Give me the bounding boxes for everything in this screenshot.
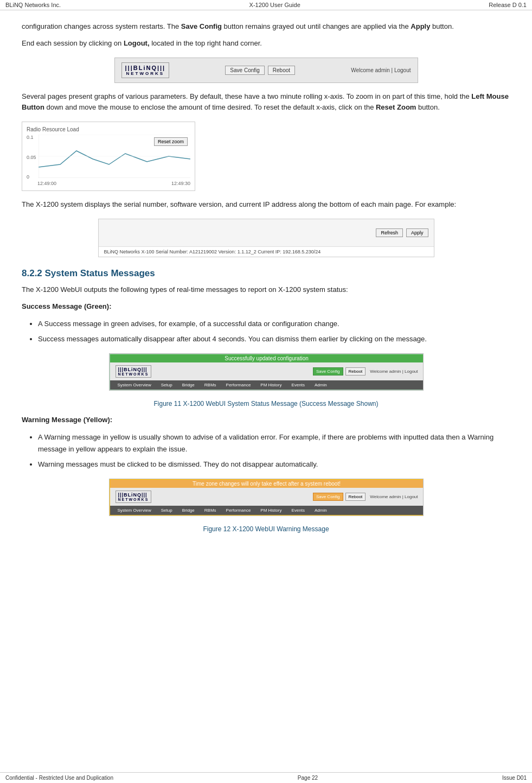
success-bullet-1: A Success message in green advises, for … bbox=[38, 318, 510, 330]
warning-save-btn[interactable]: Save Config bbox=[313, 493, 343, 501]
nav-welcome: Welcome admin | Logout bbox=[351, 67, 411, 73]
paragraph-4: The X-1200 system displays the serial nu… bbox=[22, 199, 510, 211]
refresh-button[interactable]: Refresh bbox=[376, 228, 403, 237]
menu-system-overview: System Overview bbox=[116, 382, 153, 388]
success-label: Success Message (Green): bbox=[22, 301, 510, 313]
graph-screenshot: Radio Resource Load 0.1 0.05 0 Reset zoo… bbox=[22, 122, 195, 191]
success-welcome: Welcome admin | Logout bbox=[370, 369, 418, 374]
warning-bar: Time zone changes will only take effect … bbox=[110, 480, 424, 488]
page-header: BLiNQ Networks Inc. X-1200 User Guide Re… bbox=[0, 0, 532, 10]
paragraph-5: The X-1200 WebUI outputs the following t… bbox=[22, 284, 510, 296]
menu-rbms: RBMs bbox=[202, 382, 219, 388]
warning-menu-bar: System Overview Setup Bridge RBMs Perfor… bbox=[110, 506, 424, 515]
success-buttons: Save Config Reboot bbox=[313, 367, 366, 375]
figure-11-caption: Figure 11 X-1200 WebUI System Status Mes… bbox=[22, 399, 510, 409]
status-bar-info: BLiNQ Networks X-100 Serial Number: A121… bbox=[99, 246, 434, 257]
status-bar-screenshot: Refresh Apply BLiNQ Networks X-100 Seria… bbox=[98, 219, 434, 257]
nav-logo: |||BLiNQ||| NETWORKS bbox=[121, 62, 170, 78]
menu-performance: Performance bbox=[224, 382, 253, 388]
menu-perf2: Performance bbox=[224, 507, 253, 513]
success-reboot-btn[interactable]: Reboot bbox=[345, 367, 366, 375]
menu-setup: Setup bbox=[159, 382, 175, 388]
warning-bullet-1: A Warning message in yellow is usually s… bbox=[38, 431, 510, 455]
success-menu-bar: System Overview Setup Bridge RBMs Perfor… bbox=[110, 380, 424, 390]
success-list: A Success message in green advises, for … bbox=[38, 318, 510, 345]
success-save-btn[interactable]: Save Config bbox=[313, 367, 343, 375]
success-bullet-2: Success messages automatically disappear… bbox=[38, 333, 510, 345]
menu-pm-history: PM History bbox=[258, 382, 284, 388]
warning-reboot-btn[interactable]: Reboot bbox=[345, 493, 366, 501]
menu-rbms2: RBMs bbox=[202, 507, 219, 513]
menu-pm2: PM History bbox=[258, 507, 284, 513]
warning-ui: Time zone changes will only take effect … bbox=[110, 479, 424, 515]
menu-events2: Events bbox=[289, 507, 306, 513]
header-left: BLiNQ Networks Inc. bbox=[5, 2, 61, 8]
warning-label: Warning Message (Yellow): bbox=[22, 415, 510, 426]
warning-nav: |||BLiNQ||| NETWORKS Save Config Reboot … bbox=[110, 488, 424, 506]
footer-center: Page 22 bbox=[298, 775, 318, 781]
apply-button[interactable]: Apply bbox=[406, 228, 428, 237]
warning-list: A Warning message in yellow is usually s… bbox=[38, 431, 510, 470]
save-config-btn[interactable]: Save Config bbox=[225, 66, 264, 75]
footer-left: Confidential - Restricted Use and Duplic… bbox=[5, 775, 113, 781]
figure-12-caption: Figure 12 X-1200 WebUI Warning Message bbox=[22, 524, 510, 534]
menu-setup2: Setup bbox=[159, 507, 175, 513]
section-heading: 8.2.2 System Status Messages bbox=[22, 268, 510, 279]
warning-bullet-2: Warning messages must be clicked to be d… bbox=[38, 459, 510, 470]
menu-bridge2: Bridge bbox=[180, 507, 197, 513]
status-bar-top: Refresh Apply bbox=[99, 219, 434, 246]
reboot-btn[interactable]: Reboot bbox=[268, 66, 295, 75]
success-ui: Successfully updated configuration |||BL… bbox=[110, 354, 424, 390]
paragraph-1: configuration changes across system rest… bbox=[22, 21, 510, 33]
reset-zoom-button[interactable]: Reset zoom bbox=[154, 137, 188, 146]
main-content: configuration changes across system rest… bbox=[0, 10, 532, 572]
nav-buttons: Save Config Reboot bbox=[225, 66, 295, 75]
graph-xaxis: 12:49:00 12:49:30 bbox=[27, 181, 190, 186]
menu-bridge: Bridge bbox=[180, 382, 197, 388]
success-logo: |||BLiNQ||| NETWORKS bbox=[116, 365, 152, 378]
figure-11: Successfully updated configuration |||BL… bbox=[109, 353, 424, 391]
warning-welcome: Welcome admin | Logout bbox=[370, 494, 418, 499]
graph-yaxis: 0.1 0.05 0 bbox=[27, 135, 36, 180]
paragraph-3: Several pages present graphs of various … bbox=[22, 91, 510, 114]
warning-logo: |||BLiNQ||| NETWORKS bbox=[116, 491, 152, 503]
header-center: X-1200 User Guide bbox=[249, 2, 300, 8]
footer-right: Issue D01 bbox=[502, 775, 527, 781]
warning-buttons: Save Config Reboot bbox=[313, 493, 366, 501]
success-bar: Successfully updated configuration bbox=[110, 354, 424, 362]
paragraph-2: End each session by clicking on Logout, … bbox=[22, 38, 510, 49]
menu-admin: Admin bbox=[312, 382, 329, 388]
menu-sys-ov: System Overview bbox=[116, 507, 153, 513]
figure-12: Time zone changes will only take effect … bbox=[109, 479, 424, 516]
menu-events: Events bbox=[289, 382, 306, 388]
nav-screenshot: |||BLiNQ||| NETWORKS Save Config Reboot … bbox=[114, 58, 418, 83]
header-right: Release D 0.1 bbox=[489, 2, 527, 8]
success-nav: |||BLiNQ||| NETWORKS Save Config Reboot … bbox=[110, 362, 424, 380]
page-footer: Confidential - Restricted Use and Duplic… bbox=[0, 772, 532, 783]
menu-admin2: Admin bbox=[312, 507, 329, 513]
graph-title: Radio Resource Load bbox=[27, 126, 190, 132]
